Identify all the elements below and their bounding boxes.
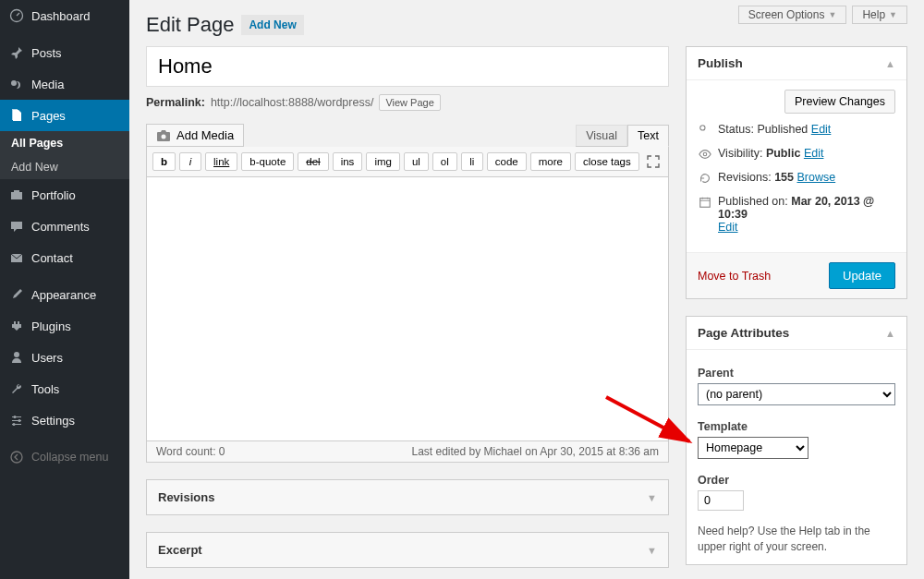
visibility-row: Visibility: Public Edit [698,147,895,162]
preview-changes-button[interactable]: Preview Changes [784,90,895,114]
word-count: Word count: 0 [156,445,225,458]
toolbar-code[interactable]: code [487,152,527,171]
order-input[interactable] [698,490,744,511]
sidebar-item-tools[interactable]: Tools [0,373,129,404]
wrench-icon [7,380,26,398]
tab-visual[interactable]: Visual [576,125,627,146]
metabox-excerpt[interactable]: Excerpt ▼ [146,532,669,568]
sidebar-subitem-all-pages[interactable]: All Pages [0,131,129,155]
tab-text[interactable]: Text [627,125,669,147]
page-attributes-header[interactable]: Page Attributes ▲ [687,317,906,350]
order-label: Order [698,474,895,487]
last-edited: Last edited by Michael on Apr 30, 2015 a… [411,445,659,458]
sidebar-label: Media [31,78,64,91]
edit-date-link[interactable]: Edit [718,221,738,234]
toolbar-bold[interactable]: b [152,152,176,171]
main-content: Screen Options ▼ Help ▼ Edit Page Add Ne… [129,0,924,579]
publish-panel-header[interactable]: Publish ▲ [687,47,906,80]
edit-visibility-link[interactable]: Edit [804,147,824,160]
sidebar-item-appearance[interactable]: Appearance [0,279,129,310]
sidebar-label: Plugins [31,320,71,333]
publish-panel: Publish ▲ Preview Changes Status: Publis… [686,46,907,299]
svg-rect-11 [700,199,711,208]
page-attributes-panel: Page Attributes ▲ Parent (no parent) Tem… [686,316,907,565]
move-to-trash-link[interactable]: Move to Trash [698,270,771,283]
sidebar-subitem-add-new[interactable]: Add New [0,155,129,179]
svg-point-1 [11,80,17,86]
pin-icon [7,43,26,62]
publish-actions: Move to Trash Update [687,252,906,298]
media-icon [7,75,26,93]
toolbar-italic[interactable]: i [179,152,201,171]
sidebar-label: Posts [31,46,62,60]
toolbar-more[interactable]: more [530,152,571,171]
screen-options-button[interactable]: Screen Options ▼ [738,6,847,24]
sidebar-item-contact[interactable]: Contact [0,242,129,273]
toolbar-close-tags[interactable]: close tags [575,152,639,171]
sidebar-item-portfolio[interactable]: Portfolio [0,179,129,211]
svg-point-5 [13,423,16,426]
sidebar-item-media[interactable]: Media [0,68,129,100]
sidebar-item-users[interactable]: Users [0,342,129,373]
sidebar-item-dashboard[interactable]: Dashboard [0,0,129,31]
sidebar-label: Portfolio [31,188,76,202]
svg-point-8 [162,134,166,139]
add-new-button[interactable]: Add New [241,15,303,35]
toolbar-bquote[interactable]: b-quote [241,152,294,171]
parent-label: Parent [698,367,895,380]
chevron-down-icon: ▼ [647,545,657,556]
metabox-revisions[interactable]: Revisions ▼ [146,479,669,515]
template-select[interactable]: Homepage [698,437,808,459]
eye-icon [698,147,712,162]
toolbar-ol[interactable]: ol [432,152,457,171]
help-button[interactable]: Help ▼ [852,6,907,24]
toolbar-ins[interactable]: ins [333,152,363,171]
revisions-row: Revisions: 155 Browse [698,171,895,186]
sidebar-label: Pages [31,109,66,123]
toolbar-del[interactable]: del [298,152,328,171]
sidebar-panels: Publish ▲ Preview Changes Status: Publis… [686,46,907,579]
calendar-icon [698,195,712,210]
collapse-menu[interactable]: Collapse menu [0,441,129,473]
sidebar-item-plugins[interactable]: Plugins [0,310,129,342]
view-page-button[interactable]: View Page [379,94,440,111]
fullscreen-icon[interactable] [644,152,663,171]
attributes-help-text: Need help? Use the Help tab in the upper… [698,524,895,555]
browse-revisions-link[interactable]: Browse [797,171,836,184]
editor-tabs: Visual Text [576,125,669,147]
chevron-up-icon: ▲ [885,58,895,69]
add-media-button[interactable]: Add Media [146,124,244,147]
sidebar-item-pages[interactable]: Pages [0,100,129,131]
page-title: Edit Page [146,13,234,37]
edit-status-link[interactable]: Edit [811,123,832,136]
sidebar-item-posts[interactable]: Posts [0,37,129,68]
svg-point-10 [703,152,707,156]
page-title-input[interactable] [146,46,669,87]
comments-icon [7,217,26,235]
toolbar-li[interactable]: li [461,152,483,171]
user-icon [7,348,26,367]
plug-icon [7,317,26,335]
editor-toolbar: b i link b-quote del ins img ul ol li co… [146,147,669,177]
template-label: Template [698,420,895,433]
published-on-row: Published on: Mar 20, 2013 @ 10:39Edit [698,195,895,234]
permalink-row: Permalink: http://localhost:8888/wordpre… [146,94,669,111]
add-media-label: Add Media [176,128,234,142]
toolbar-link[interactable]: link [205,152,237,171]
sidebar-item-comments[interactable]: Comments [0,211,129,242]
toolbar-ul[interactable]: ul [404,152,429,171]
metabox-title: Revisions [158,490,214,504]
envelope-icon [7,248,26,267]
content-textarea[interactable] [146,177,669,441]
chevron-up-icon: ▲ [885,328,895,339]
revisions-icon [698,171,712,186]
parent-select[interactable]: (no parent) [698,383,895,405]
sidebar-item-settings[interactable]: Settings [0,404,129,436]
update-button[interactable]: Update [829,262,895,289]
chevron-down-icon: ▼ [889,10,897,19]
toolbar-img[interactable]: img [366,152,400,171]
brush-icon [7,285,26,304]
dashboard-icon [7,6,26,25]
camera-icon [156,129,171,142]
key-icon [698,123,712,138]
